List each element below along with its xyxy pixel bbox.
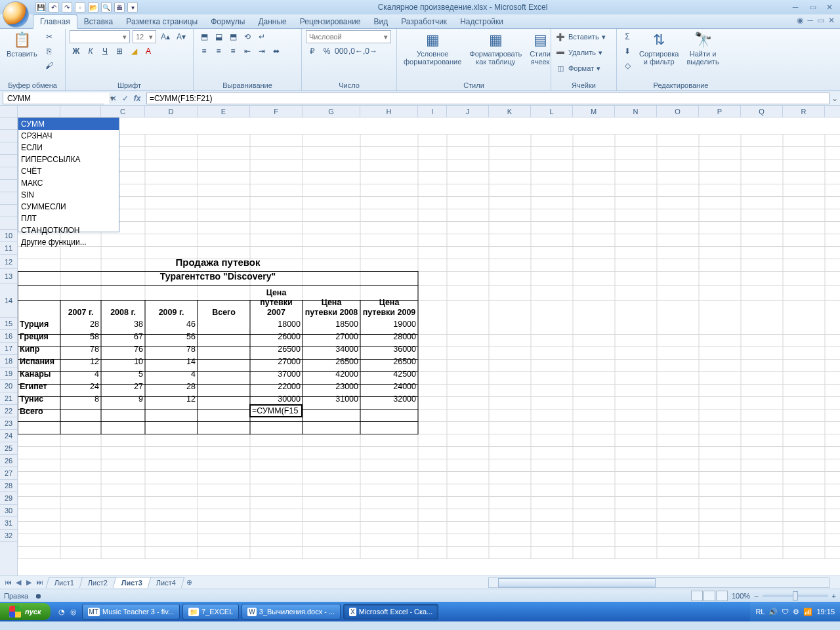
col-header[interactable]: C xyxy=(101,106,145,117)
select-all-corner[interactable] xyxy=(0,106,18,117)
cell[interactable]: Турагентство "Discovery" xyxy=(18,269,418,284)
cell[interactable]: 26500 xyxy=(303,355,360,368)
taskbar-item[interactable]: 📁7_EXCEL xyxy=(182,604,239,620)
row-header[interactable]: 18 xyxy=(0,355,17,368)
clock[interactable]: 19:15 xyxy=(816,608,835,616)
align-left-icon[interactable]: ≡ xyxy=(198,45,211,58)
min-ribbon-icon[interactable]: ─ xyxy=(807,16,813,25)
function-item[interactable]: СРЗНАЧ xyxy=(18,130,119,142)
function-item[interactable]: ГИПЕРССЫЛКА xyxy=(18,154,119,165)
cell[interactable]: 46 xyxy=(145,318,198,330)
cell[interactable]: 31000 xyxy=(303,392,360,405)
dec-decimal-icon[interactable]: ,0→ xyxy=(364,45,377,58)
cell[interactable]: 5 xyxy=(101,368,145,380)
cell[interactable]: 42000 xyxy=(303,368,360,380)
row-header[interactable]: 13 xyxy=(0,269,17,284)
cell[interactable]: 67 xyxy=(101,330,145,343)
cell[interactable]: 34000 xyxy=(303,343,360,355)
cell[interactable]: 12 xyxy=(145,392,198,405)
cell[interactable]: Греция xyxy=(18,330,60,343)
cell[interactable]: 14 xyxy=(145,355,198,368)
row-header[interactable]: 23 xyxy=(0,417,17,430)
macro-record-icon[interactable]: ⏺ xyxy=(35,592,42,600)
col-header[interactable]: P xyxy=(699,106,741,117)
row-header[interactable] xyxy=(0,217,17,230)
row-header[interactable]: 11 xyxy=(0,242,17,255)
cell[interactable]: 38 xyxy=(101,318,145,330)
function-item[interactable]: SIN xyxy=(18,189,119,201)
row-header[interactable] xyxy=(0,117,17,130)
view-buttons[interactable] xyxy=(691,591,728,601)
cell[interactable]: 12 xyxy=(60,355,101,368)
cell[interactable]: Всего xyxy=(198,284,250,318)
percent-icon[interactable]: % xyxy=(320,45,333,58)
cell[interactable]: Цена путевки 2008 xyxy=(303,284,360,318)
row-header[interactable]: 17 xyxy=(0,343,17,355)
number-format-select[interactable]: Числовой▾ xyxy=(306,30,391,43)
cell[interactable]: 26500 xyxy=(250,343,303,355)
grow-font-icon[interactable]: A▴ xyxy=(159,30,172,43)
quick-launch-icon-2[interactable]: ◎ xyxy=(68,608,79,616)
save-icon[interactable]: 💾 xyxy=(35,2,46,12)
fill-color-icon[interactable]: ◢ xyxy=(127,45,140,58)
taskbar-item[interactable]: W3_Вычиления.docx - ... xyxy=(242,604,341,620)
indent-inc-icon[interactable]: ⇥ xyxy=(255,45,268,58)
cell[interactable]: 26500 xyxy=(360,355,418,368)
format-as-table-button[interactable]: ▦Форматировать как таблицу xyxy=(467,30,524,67)
row-header[interactable]: 26 xyxy=(0,455,17,467)
font-size-select[interactable]: 12▾ xyxy=(133,30,156,43)
open-icon[interactable]: 📂 xyxy=(88,2,98,12)
spreadsheet-grid[interactable]: CDEFGHIJKLMNOPQRS 1011121314151617181920… xyxy=(0,106,840,576)
tab-insert[interactable]: Вставка xyxy=(77,15,120,28)
h-scrollbar-thumb[interactable] xyxy=(498,578,656,587)
col-header[interactable]: E xyxy=(198,106,250,117)
cell[interactable]: 22000 xyxy=(250,380,303,392)
cell[interactable]: 9 xyxy=(101,392,145,405)
sort-filter-button[interactable]: ⇅Сортировка и фильтр xyxy=(637,30,681,67)
formula-input[interactable]: =СУММ(F15:F21) xyxy=(146,93,830,104)
row-header[interactable]: 12 xyxy=(0,255,17,269)
fill-icon[interactable]: ⬇ xyxy=(621,45,634,58)
cell[interactable]: 27000 xyxy=(303,330,360,343)
taskbar-item[interactable]: MTMusic Teacher 3 - fiv... xyxy=(82,604,180,620)
row-header[interactable]: 30 xyxy=(0,505,17,517)
col-header[interactable]: D xyxy=(145,106,198,117)
bold-icon[interactable]: Ж xyxy=(70,45,83,58)
function-item[interactable]: ЕСЛИ xyxy=(18,142,119,154)
align-top-icon[interactable]: ⬒ xyxy=(198,30,211,43)
cell[interactable]: 58 xyxy=(60,330,101,343)
name-box[interactable]: ▾ xyxy=(3,93,104,104)
zoom-out-icon[interactable]: − xyxy=(754,592,758,600)
col-header[interactable]: Q xyxy=(741,106,783,117)
row-header[interactable]: 29 xyxy=(0,492,17,505)
cell[interactable]: 23000 xyxy=(303,380,360,392)
zoom-in-icon[interactable]: + xyxy=(832,592,836,600)
cell[interactable]: Турция xyxy=(18,318,60,330)
row-header[interactable] xyxy=(0,167,17,180)
row-header[interactable] xyxy=(0,155,17,167)
cell[interactable]: 32000 xyxy=(360,392,418,405)
col-header[interactable]: I xyxy=(418,106,447,117)
row-header[interactable]: 27 xyxy=(0,467,17,480)
col-header[interactable]: G xyxy=(303,106,360,117)
currency-icon[interactable]: ₽ xyxy=(306,45,319,58)
cell[interactable]: 2009 г. xyxy=(145,284,198,318)
indent-dec-icon[interactable]: ⇤ xyxy=(241,45,254,58)
tray-icon[interactable]: 🛡 xyxy=(782,608,789,616)
col-header[interactable]: K xyxy=(489,106,531,117)
cell[interactable]: 8 xyxy=(60,392,101,405)
new-icon[interactable]: ▫ xyxy=(75,2,85,12)
cancel-formula-icon[interactable]: ✕ xyxy=(108,94,119,103)
row-header[interactable] xyxy=(0,192,17,205)
row-header[interactable]: 32 xyxy=(0,530,17,542)
row-header[interactable]: 20 xyxy=(0,380,17,392)
active-cell[interactable]: =СУММ(F15 xyxy=(249,404,303,417)
col-header[interactable]: F xyxy=(250,106,303,117)
shrink-font-icon[interactable]: A▾ xyxy=(175,30,188,43)
align-right-icon[interactable]: ≡ xyxy=(226,45,240,58)
sheet-tab[interactable]: Лист1 xyxy=(46,577,83,588)
col-header[interactable] xyxy=(60,106,101,117)
cell[interactable]: 18000 xyxy=(250,318,303,330)
new-sheet-icon[interactable]: ⊕ xyxy=(182,578,196,587)
row-header[interactable]: 10 xyxy=(0,230,17,242)
